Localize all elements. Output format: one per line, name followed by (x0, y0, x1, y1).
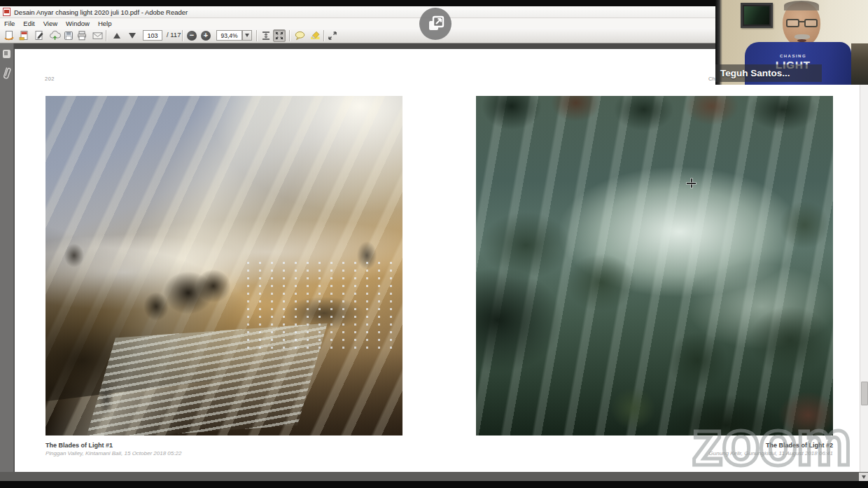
photo-blades-of-light-2 (476, 96, 833, 435)
menu-help[interactable]: Help (98, 20, 112, 27)
scrollbar-down-button[interactable] (859, 473, 868, 481)
toolbar-separator (323, 30, 324, 41)
page-number-input[interactable]: 103 (143, 30, 162, 41)
zoom-dropdown-button[interactable] (242, 30, 252, 41)
menu-edit[interactable]: Edit (23, 20, 34, 27)
caption-right-meta: Gunung Kelir, Gunungkidul, 11 August 201… (709, 450, 833, 456)
caption-right: The Blades of Light #2 Gunung Kelir, Gun… (709, 442, 833, 456)
participant-video-tile[interactable]: CHASING LIGHT Teguh Santos... (715, 0, 868, 85)
letterbox-bottom (0, 481, 868, 488)
menu-file[interactable]: File (4, 20, 15, 27)
fullscreen-icon[interactable] (326, 29, 339, 42)
zoom-level-value[interactable]: 93,4% (216, 30, 242, 41)
screen: Desain Anyar chasing light 2020 juli 10.… (0, 0, 868, 488)
glasses (786, 19, 818, 28)
menu-window[interactable]: Window (66, 20, 90, 27)
attachments-icon[interactable] (2, 66, 12, 81)
chevron-down-icon (245, 34, 249, 37)
chevron-down-icon (862, 475, 866, 479)
village-rooftops (242, 259, 392, 354)
navigation-pane (0, 43, 14, 472)
create-pdf-icon[interactable] (18, 29, 30, 42)
menu-view[interactable]: View (43, 20, 57, 27)
running-header-fragment: Ch (708, 76, 715, 82)
comment-icon[interactable] (293, 29, 306, 42)
wall-picture-frame (741, 3, 773, 28)
toolbar-separator (289, 30, 290, 41)
toolbar-separator (182, 30, 183, 41)
background-furniture (851, 43, 868, 85)
previous-page-button[interactable] (111, 29, 123, 42)
shirt-text-chasing: CHASING (745, 54, 841, 58)
toolbar-separator (256, 30, 257, 41)
participant-name: Teguh Santos... (715, 68, 790, 78)
email-icon[interactable] (91, 29, 104, 42)
print-icon[interactable] (76, 29, 88, 42)
pdf-page: 202 Ch The Blades of Light #1 Pinggan Va… (15, 49, 860, 473)
caption-left-title: The Blades of Light #1 (46, 442, 181, 449)
participant-name-bar: Teguh Santos... (715, 64, 822, 82)
page-folio-number: 202 (45, 76, 55, 82)
adobe-reader-icon (3, 8, 10, 16)
zoom-out-button[interactable]: − (187, 31, 197, 41)
zoom-in-button[interactable]: + (201, 31, 211, 41)
next-page-button[interactable] (126, 29, 139, 42)
vertical-scrollbar[interactable] (860, 43, 868, 472)
share-screen-button[interactable] (419, 8, 451, 40)
page-total-label: / 117 (167, 31, 181, 39)
page-thumbnails-icon[interactable] (3, 50, 10, 58)
highlight-icon[interactable] (309, 29, 321, 42)
scrolling-mode-icon[interactable] (260, 29, 272, 42)
save-icon[interactable] (62, 29, 75, 42)
scrollbar-thumb[interactable] (861, 382, 868, 405)
sign-icon[interactable] (33, 29, 46, 42)
window-title: Desain Anyar chasing light 2020 juli 10.… (14, 8, 188, 16)
send-cloud-icon[interactable] (48, 29, 61, 42)
open-file-icon[interactable] (3, 29, 15, 42)
caption-right-title: The Blades of Light #2 (709, 442, 833, 449)
photo-blades-of-light-1 (46, 96, 402, 435)
toolbar-separator (106, 30, 106, 41)
mustache (794, 34, 810, 39)
bottom-gray-bar (0, 472, 868, 481)
caption-left: The Blades of Light #1 Pinggan Valley, K… (46, 442, 181, 456)
fit-page-icon[interactable] (273, 29, 286, 42)
forest-masses (476, 96, 833, 435)
open-share-icon (424, 12, 447, 36)
participant-hair (784, 1, 819, 11)
caption-left-meta: Pinggan Valley, Kintamani Bali, 15 Octob… (46, 450, 181, 456)
